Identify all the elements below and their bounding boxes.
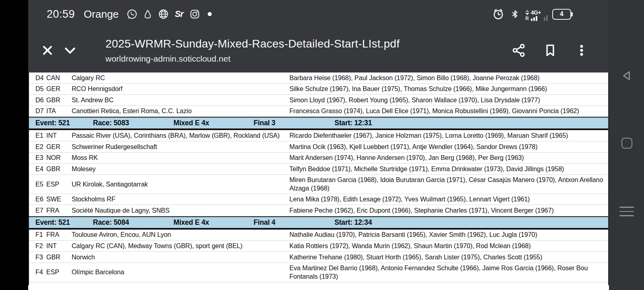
cell-club: Calgary RC [72, 74, 289, 83]
cell-club: Stockholms RF [72, 195, 289, 204]
home-icon[interactable] [618, 134, 636, 152]
cell-club: UR Kirolak, Santiagotarrak [72, 180, 289, 189]
network-type-label: 4G+ [531, 10, 541, 15]
cell-country: ESP [46, 180, 72, 189]
document-title: 2025-WRMR-Sunday-Mixed-Races-Detailed-St… [105, 37, 501, 50]
event-start: Start: 12:31 [334, 119, 608, 127]
cell-club: Schweriner Rudergesellschaft [72, 143, 289, 151]
cell-country: NOR [46, 153, 72, 162]
event-race: Race: 5084 [93, 218, 173, 227]
cell-lane: E4 [29, 165, 46, 174]
cell-club: Calgary RC (CAN), Medway Towns (GBR), sp… [72, 242, 289, 251]
cell-club: Canottieri Retica, Esteri Roma, C.C. Laz… [72, 107, 289, 116]
bookmark-button[interactable] [539, 39, 561, 62]
battery-fill [554, 11, 556, 18]
back-icon[interactable] [618, 67, 636, 85]
table-row: E7FRASociété Nautique de Lagny, SNBSFabi… [29, 205, 608, 216]
cell-lane: E5 [29, 180, 46, 189]
cell-country: GER [46, 143, 72, 151]
cell-lane: D7 [29, 107, 46, 116]
cell-crew: Eva Martinez Del Barrio (1968), Antonio … [289, 263, 608, 282]
close-button[interactable] [36, 39, 59, 62]
cell-crew: Martina Ocik (1963), Kjell Luebbert (197… [289, 142, 608, 152]
cell-lane: F3 [29, 253, 46, 262]
whatsapp-icon [126, 8, 138, 20]
cell-lane: E7 [29, 206, 46, 215]
table-row: E5ESPUR Kirolak, SantiagotarrakMiren Bur… [29, 175, 608, 194]
cell-club: RCO Hennigsdorf [72, 85, 289, 93]
cell-lane: F1 [29, 230, 46, 239]
start-list-table: D4CANCalgary RCBarbara Heise (1968), Pau… [28, 72, 609, 285]
signal-icon: R 4G+ [525, 7, 548, 21]
cell-lane: D4 [29, 74, 46, 83]
cell-country: GBR [46, 253, 72, 262]
pdf-page-scroll-area[interactable]: D4CANCalgary RCBarbara Heise (1968), Pau… [28, 72, 609, 290]
cell-club: Moss RK [72, 153, 289, 162]
table-row: E2GERSchweriner RudergesellschaftMartina… [29, 141, 608, 153]
cell-crew: Katia Rottiers (1972), Wanda Murin (1962… [289, 241, 608, 251]
cell-club: Société Nautique de Lagny, SNBS [72, 206, 289, 215]
notification-dot-icon [208, 12, 212, 16]
pdf-viewer-header: 2025-WRMR-Sunday-Mixed-Races-Detailed-St… [28, 28, 609, 72]
cell-club: Molesey [72, 165, 289, 174]
app-chrome: 20:59 Orange [28, 0, 609, 72]
cell-club: Toulouse Aviron, Encou, AUN Lyon [72, 230, 289, 239]
roaming-indicator: R [525, 16, 529, 21]
overflow-menu-button[interactable] [570, 39, 593, 62]
instagram-icon [189, 8, 201, 20]
screen-cutout-strip [0, 0, 28, 290]
status-bar: 20:59 Orange [28, 0, 609, 28]
document-source: worldrowing-admin.soticcloud.net [105, 54, 501, 64]
table-row: E1INTPassaic River (USA), Corinthians (B… [29, 130, 608, 141]
pdf-viewer-app: 20:59 Orange [28, 0, 609, 290]
clock-time: 20:59 [47, 8, 75, 21]
cell-country: FRA [46, 206, 72, 215]
table-row: F2INTCalgary RC (CAN), Medway Towns (GBR… [29, 241, 608, 252]
cell-lane: F2 [29, 242, 46, 251]
cell-country: GBR [46, 96, 72, 105]
cell-country: INT [46, 242, 72, 251]
battery-icon: 4 [552, 9, 571, 20]
cell-crew: Simon Lloyd (1967), Robert Young (1965),… [289, 95, 608, 106]
event-final: Final 3 [254, 119, 334, 127]
cell-club: Olímpic Barcelona [72, 268, 289, 277]
cell-lane: E1 [29, 131, 46, 140]
cell-crew: Nathalie Audiau (1970), Patricia Barsant… [289, 230, 608, 240]
cell-crew: Telfyn Beddoe (1971), Michelle Sturtridg… [289, 164, 608, 174]
android-nav-bar [609, 0, 644, 290]
cell-crew: Barbara Heise (1968), Paul Jackson (1972… [289, 73, 608, 83]
table-row: E6SWEStockholms RFLena Mika (1978), Edit… [29, 194, 608, 205]
table-row: D5GERRCO HennigsdorfSilke Schulze (1967)… [29, 84, 608, 95]
alarm-icon [492, 8, 504, 20]
cell-country: CAN [46, 74, 72, 83]
cell-crew: Lena Mika (1978), Edith Lesage (1972), Y… [289, 194, 608, 205]
event-header-row: Event: 521Race: 5084Mixed E 4xFinal 4Sta… [29, 216, 608, 230]
battery-level: 4 [560, 10, 564, 18]
cell-country: ESP [46, 268, 72, 277]
cell-crew: Marit Andersen (1974), Hanne Andersen (1… [289, 153, 608, 163]
cell-crew: Miren Burutaran Garcia (1968), Idoia Bur… [289, 175, 608, 194]
cell-crew: Francesca Grasso (1974), Luca Dell Elice… [289, 106, 608, 116]
event-start: Start: 12:34 [334, 218, 608, 227]
airbnb-icon [142, 8, 154, 20]
cell-club: Norwich [72, 253, 289, 262]
cell-country: GBR [46, 165, 72, 174]
event-boat: Mixed E 4x [173, 119, 254, 127]
cell-country: FRA [46, 230, 72, 239]
table-row: D7ITACanottieri Retica, Esteri Roma, C.C… [29, 106, 608, 117]
globe-icon [157, 8, 169, 20]
cell-lane: E3 [29, 153, 46, 162]
table-row: E4GBRMoleseyTelfyn Beddoe (1971), Michel… [29, 164, 608, 175]
cell-country: GER [46, 85, 72, 93]
table-row: E3NORMoss RKMarit Andersen (1974), Hanne… [29, 153, 608, 164]
event-event: Event: 521 [29, 119, 93, 127]
cell-country: INT [46, 131, 72, 140]
recents-icon[interactable] [618, 203, 636, 220]
signal-sim2-bars [544, 15, 548, 21]
table-row: F4ESPOlímpic BarcelonaEva Martinez Del B… [29, 263, 608, 282]
chevron-down-icon[interactable] [59, 39, 81, 62]
cell-lane: E2 [29, 143, 46, 151]
share-button[interactable] [508, 39, 530, 62]
table-row: D4CANCalgary RCBarbara Heise (1968), Pau… [29, 72, 608, 84]
bluetooth-icon [509, 8, 521, 20]
